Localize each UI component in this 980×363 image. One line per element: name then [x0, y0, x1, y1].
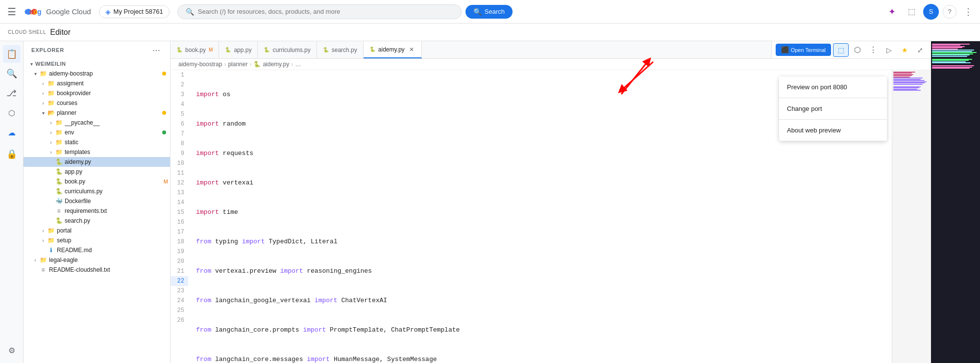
avatar[interactable]: S: [923, 4, 939, 20]
tree-item-courses[interactable]: 📁 courses: [24, 98, 170, 108]
hamburger-menu[interactable]: ☰: [4, 4, 20, 20]
folder-icon-courses: 📁: [47, 99, 55, 107]
tree-item-app-py[interactable]: 🐍 app.py: [24, 167, 170, 177]
tab-close-aidemy-py[interactable]: ✕: [408, 46, 416, 53]
breadcrumb-item-3[interactable]: …: [295, 61, 301, 68]
arrow-dockerfile: [47, 197, 55, 205]
file-icon-app-py: 🐍: [55, 168, 63, 176]
arrow-book-py: [47, 178, 55, 185]
expand-button[interactable]: ⤢: [913, 43, 927, 57]
extensions-panel-icon[interactable]: ⬡: [3, 104, 21, 122]
help-icon[interactable]: ?: [943, 5, 956, 19]
folder-icon-pycache: 📁: [55, 119, 63, 127]
run-button[interactable]: ▷: [882, 43, 896, 57]
breadcrumb-item-2[interactable]: 🐍aidemy.py: [253, 61, 289, 68]
code-line-5: import time: [196, 207, 892, 217]
gemini-icon[interactable]: ✦: [884, 4, 900, 20]
label-planner: planner: [57, 109, 162, 116]
ln-3: 3: [171, 90, 188, 100]
arrow-courses: [39, 99, 47, 107]
arrow-templates: [47, 148, 55, 156]
tab-app-py[interactable]: 🐍 app.py: [219, 41, 258, 58]
cloud2-panel-icon[interactable]: 🔒: [3, 145, 21, 163]
arrow-aidemy-py: [47, 158, 55, 166]
breadcrumb-item-1[interactable]: planner: [228, 61, 247, 68]
folder-icon-static: 📁: [55, 138, 63, 146]
ln-1: 1: [171, 70, 188, 80]
search-input[interactable]: [198, 8, 453, 15]
dropdown-item-about-preview[interactable]: About web preview: [779, 122, 887, 139]
web-preview-button[interactable]: ⬚: [833, 43, 849, 57]
more-options-icon[interactable]: ⋮: [960, 4, 976, 20]
tree-item-static[interactable]: 📁 static: [24, 137, 170, 147]
tab-curriculums-py[interactable]: 🐍 curriculums.py: [258, 41, 317, 58]
terminal-panel-icon[interactable]: ⚙: [3, 341, 21, 359]
tree-item-requirements[interactable]: ≡ requirements.txt: [24, 206, 170, 216]
open-terminal-button[interactable]: ⬛ Open Terminal: [776, 44, 831, 56]
tree-item-env[interactable]: 📁 env: [24, 128, 170, 137]
star-button[interactable]: ★: [898, 43, 911, 57]
topbar: ☰ G o o g Google Cloud ◈ My Project 5876…: [0, 0, 980, 24]
tree-item-search-py[interactable]: 🐍 search.py: [24, 216, 170, 226]
tree-item-templates[interactable]: 📁 templates: [24, 147, 170, 157]
search-bar[interactable]: 🔍: [177, 4, 462, 19]
notifications-icon[interactable]: ⬚: [904, 4, 919, 20]
tree-item-curriculums-py[interactable]: 🐍 curriculums.py: [24, 186, 170, 196]
folder-icon-assigment: 📁: [47, 79, 55, 87]
tree-item-aidemy-py[interactable]: 🐍 aidemy.py: [24, 157, 170, 167]
split-editor-button[interactable]: ⬡: [851, 43, 864, 57]
search-button[interactable]: 🔍 Search: [466, 5, 513, 19]
file-icon-readme-md: ℹ: [47, 246, 55, 254]
tree-item-pycache[interactable]: 📁 __pycache__: [24, 118, 170, 128]
ln-25: 25: [171, 306, 188, 315]
explorer-panel-icon[interactable]: 📋: [3, 45, 21, 63]
folder-icon-bookprovider: 📁: [47, 89, 55, 97]
tab-icon-book-py: 🐍: [176, 47, 182, 52]
tree-item-readme-md[interactable]: ℹ README.md: [24, 245, 170, 255]
web-preview-icon: ⬚: [838, 46, 844, 54]
dot-env: [162, 130, 166, 134]
tree-item-aidemy-boostrap[interactable]: 📁 aidemy-boostrap: [24, 69, 170, 78]
tab-label-curriculums-py: curriculums.py: [272, 47, 310, 53]
tree-item-readme-cloudshell[interactable]: ≡ README-cloudshell.txt: [24, 265, 170, 275]
sidebar-more-btn[interactable]: ⋯: [150, 44, 162, 56]
cloud-panel-icon[interactable]: ☁: [3, 124, 21, 141]
breadcrumb-item-0[interactable]: aidemy-boostrap: [178, 61, 222, 68]
tree-item-portal[interactable]: 📁 portal: [24, 226, 170, 235]
arrow-bookprovider: [39, 89, 47, 97]
tree-item-bookprovider[interactable]: 📁 bookprovider: [24, 88, 170, 98]
dropdown-divider-2: [779, 119, 887, 120]
tree-item-planner[interactable]: 📂 planner: [24, 108, 170, 118]
git-panel-icon[interactable]: ⎇: [3, 84, 21, 102]
tree-item-legal-eagle[interactable]: 📁 legal-eagle: [24, 255, 170, 265]
dropdown-item-change-port[interactable]: Change port: [779, 100, 887, 117]
tree-item-assigment[interactable]: 📁 assigment: [24, 78, 170, 88]
tab-icon-search-py: 🐍: [323, 47, 329, 52]
minimap: [892, 70, 931, 363]
tab-aidemy-py[interactable]: 🐍 aidemy.py ✕: [364, 41, 422, 58]
tree-item-book-py[interactable]: 🐍 book.py M: [24, 177, 170, 186]
label-setup: setup: [57, 237, 170, 244]
dropdown-item-preview-port[interactable]: Preview on port 8080: [779, 78, 887, 96]
ln-6: 6: [171, 119, 188, 129]
tree-item-dockerfile[interactable]: 🐳 Dockerfile: [24, 196, 170, 206]
google-cloud-logo: G o o g Google Cloud: [24, 5, 91, 18]
tab-label-search-py: search.py: [332, 47, 357, 53]
sidebar-header: EXPLORER ⋯: [24, 41, 170, 59]
tab-book-py[interactable]: 🐍 book.py M: [171, 41, 219, 58]
tree-item-setup[interactable]: 📁 setup: [24, 235, 170, 245]
terminal-icon: ⬛: [781, 46, 789, 53]
activity-bar: 📋 🔍 ⎇ ⬡ ☁ 🔒 ⚙: [0, 41, 24, 363]
project-selector[interactable]: ◈ My Project 58761: [99, 5, 170, 18]
folder-icon-templates: 📁: [55, 148, 63, 156]
tab-search-py[interactable]: 🐍 search.py: [317, 41, 364, 58]
dot-planner: [162, 111, 166, 115]
search-panel-icon[interactable]: 🔍: [3, 65, 21, 82]
ln-11: 11: [171, 168, 188, 178]
more-editor-options-button[interactable]: ⋮: [866, 43, 880, 57]
tree-item-weimeilin[interactable]: WEIMEILIN: [24, 59, 170, 69]
ln-10: 10: [171, 158, 188, 168]
ln-17: 17: [171, 227, 188, 237]
label-env: env: [65, 129, 162, 136]
breadcrumb-sep-1: ›: [249, 61, 251, 68]
